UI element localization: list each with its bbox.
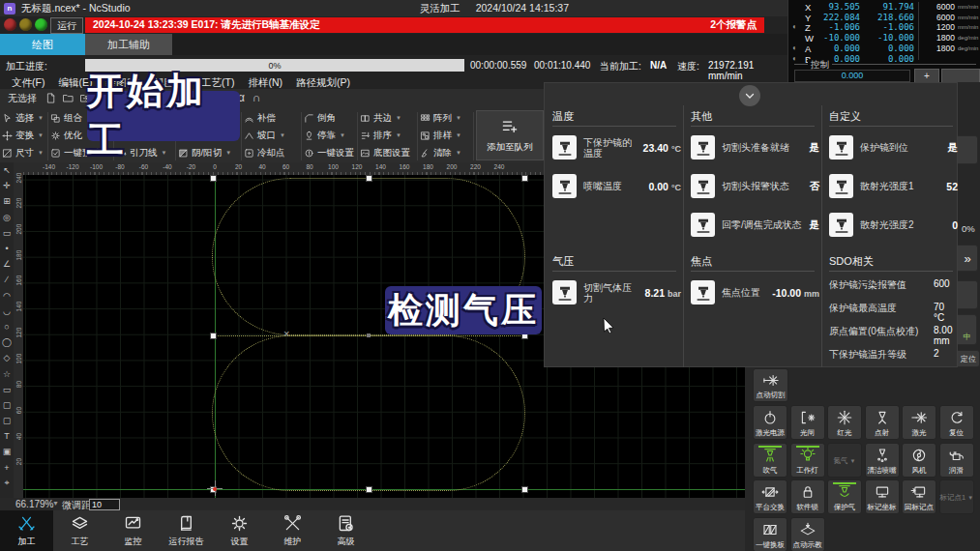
selection-handle[interactable] [210,333,217,339]
dropdown-arrow-icon[interactable]: ▼ [38,132,44,138]
tool-polygon[interactable]: ◇ [1,350,14,365]
tool-circle[interactable]: ◯ [1,334,14,350]
machine-button-r0c3[interactable]: 点射 [865,405,900,440]
control-extra-button[interactable] [941,69,980,83]
dropdown-arrow-icon[interactable]: ▼ [456,132,461,138]
clipped-button-top[interactable] [958,135,978,164]
tool-select-arrow[interactable]: ↖ [1,162,14,178]
dashed-shape-bottom[interactable] [212,335,525,491]
tool-pick-point[interactable]: ⌖ [1,476,14,491]
machine-button-r3c0[interactable]: 一键换板 [753,517,787,551]
dropdown-arrow-icon[interactable]: ▼ [396,132,401,138]
ribbon-button-6-1[interactable]: 排序▼ [360,128,401,143]
open-folder-button[interactable] [62,91,74,108]
clipped-button-mid[interactable] [958,280,978,309]
menu-item-6[interactable]: 路径规划(P) [290,75,356,89]
tool-rounded-rect[interactable]: ▢ [1,397,14,413]
tool-zoom[interactable]: ◎ [1,210,14,225]
expand-panel-button[interactable]: » [958,245,978,272]
tab-0[interactable]: 绘图 [0,34,85,55]
tool-point[interactable]: • [1,241,14,256]
selection-handle[interactable] [366,175,372,182]
selection-handle[interactable] [210,175,217,182]
ribbon-button-6-0[interactable]: 共边▼ [360,110,401,126]
clipped-button-locate[interactable]: 定位 [958,350,980,367]
machine-button-r1c3[interactable]: 清洁喷嘴 [865,443,900,478]
dropdown-arrow-icon[interactable]: ▼ [456,150,461,156]
machine-button-r2c4[interactable]: 回标记点 [902,479,936,514]
jog-cut-button[interactable]: 点动切割 [753,368,788,402]
alarm-bar[interactable]: 2024-10-24 13:23:39 E017: 请先进行B轴基准设定 2个报… [85,17,764,33]
nav-item-0[interactable]: 加工 [0,510,53,551]
machine-button-r1c4[interactable]: 风机 [902,443,936,478]
machine-button-r3c1[interactable]: 点动示教 [790,517,825,551]
menu-item-5[interactable]: 排样(N) [242,75,288,89]
ribbon-button-1-0[interactable]: 组合 [50,110,82,126]
machine-button-r2c3[interactable]: 标记坐标 [865,479,900,514]
ribbon-button-1-1[interactable]: 优化▼ [50,128,92,143]
nav-item-6[interactable]: 高级 [319,510,372,551]
machine-button-r1c2[interactable]: 氮气 ▼ [827,443,862,478]
tool-arc[interactable]: ◠ [1,288,14,304]
collapse-panel-button[interactable] [739,85,760,106]
fine-tune-input[interactable] [89,499,120,510]
ribbon-button-0-0[interactable]: 选择▼ [2,110,44,126]
nav-item-4[interactable]: 设置 [213,510,266,551]
dropdown-arrow-icon[interactable]: ▼ [340,132,345,138]
new-file-button[interactable] [45,91,57,108]
selection-handle[interactable] [366,486,372,493]
zoom-dropdown-icon[interactable]: ▼ [52,500,59,507]
machine-button-r2c0[interactable]: 平台交换 [753,479,787,514]
machine-button-r2c1[interactable]: 软件锁 [790,479,825,514]
tool-arc3[interactable]: ◡ [1,304,14,319]
run-button[interactable]: 运行 [50,17,83,34]
tool-image[interactable]: ▣ [1,444,14,459]
tool-measure[interactable]: ▭ [1,225,14,241]
ribbon-button-5-1[interactable]: 停靠▼ [304,128,345,143]
ribbon-button-4-0[interactable]: 补偿 [244,110,276,126]
tool-obround[interactable]: ▢ [1,413,14,428]
tool-line[interactable]: ∕ [1,272,14,287]
curve-glyph-1[interactable]: ∩ [252,91,261,104]
ribbon-button-5-2[interactable]: 一键设置 [304,145,354,160]
selection-handle[interactable] [521,175,528,182]
machine-button-r2c2[interactable]: 保护气 [827,479,862,514]
selection-handle[interactable] [521,486,528,493]
tool-pan-hand[interactable]: ✛ [1,178,14,193]
machine-button-r0c4[interactable]: 激光 [902,405,936,440]
tool-center-mark[interactable]: + [1,460,14,476]
ribbon-button-5-0[interactable]: 倒角 [304,110,336,126]
tool-angle[interactable]: ∠ [1,256,14,272]
focus-position-input[interactable]: 0.000 [794,70,910,82]
tool-ellipse[interactable]: ○ [1,319,14,334]
machine-button-r1c5[interactable]: 润滑 [939,443,974,478]
nav-item-5[interactable]: 维护 [266,510,319,551]
nav-item-1[interactable]: 工艺 [53,510,106,551]
machine-button-r1c1[interactable]: 工作灯 [790,443,825,478]
dropdown-arrow-icon[interactable]: ▼ [396,115,401,121]
tool-star[interactable]: ☆ [1,365,14,381]
ribbon-button-0-1[interactable]: 变换▼ [2,128,44,143]
dropdown-arrow-icon[interactable]: ▼ [456,115,461,121]
menu-item-0[interactable]: 文件(F) [6,75,50,89]
tab-1[interactable]: 加工辅助 [85,34,172,55]
machine-button-r0c1[interactable]: 光闸 [790,405,825,440]
ribbon-button-7-2[interactable]: 清除▼ [420,145,461,160]
tool-text[interactable]: T [1,428,14,444]
control-plus-button[interactable]: + [914,69,939,83]
clipped-button-green[interactable]: 中 [958,314,977,345]
ribbon-button-4-2[interactable]: 冷却点 [244,145,285,160]
tool-fit-view[interactable]: ⊞ [1,193,14,209]
ribbon-button-6-2[interactable]: 底图设置 [360,145,410,160]
machine-button-r0c5[interactable]: 复位 [939,405,974,440]
machine-button-r2c5[interactable]: 标记点1 ▼ [939,479,974,514]
machine-button-r1c0[interactable]: 吹气 [753,443,787,478]
nav-item-2[interactable]: 监控 [106,510,160,551]
dropdown-arrow-icon[interactable]: ▼ [280,132,285,138]
ribbon-button-4-1[interactable]: 坡口▼ [244,128,285,143]
ribbon-button-0-2[interactable]: 尺寸▼ [2,145,44,160]
ribbon-button-7-0[interactable]: 阵列▼ [420,110,461,126]
add-to-queue-button[interactable]: 添加至队列 [476,110,544,160]
dropdown-arrow-icon[interactable]: ▼ [38,150,44,156]
ribbon-button-7-1[interactable]: 排样▼ [420,128,461,143]
